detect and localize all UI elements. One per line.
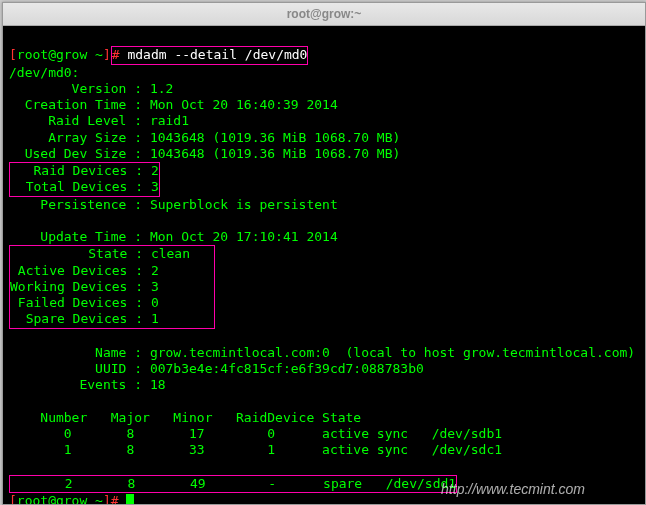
prompt-path: ~ <box>87 47 103 62</box>
prompt-close2: ] <box>103 493 111 504</box>
highlight-state: State : clean Active Devices : 2 Working… <box>9 245 215 328</box>
out-working: Working Devices : 3 <box>10 279 159 294</box>
out-name: Name : grow.tecmintlocal.com:0 (local to… <box>9 345 635 360</box>
out-creation: Creation Time : Mon Oct 20 16:40:39 2014 <box>9 97 338 112</box>
window-titlebar: root@grow:~ <box>3 3 645 26</box>
highlight-command: # mdadm --detail /dev/md0 <box>111 46 309 64</box>
out-row2: 2 8 49 - spare /dev/sdd1 <box>10 476 456 491</box>
out-row0: 0 8 17 0 active sync /dev/sdb1 <box>9 426 502 441</box>
terminal-body[interactable]: [root@grow ~]# mdadm --detail /dev/md0 /… <box>3 26 645 504</box>
window-title: root@grow:~ <box>287 7 362 21</box>
prompt-host2: grow <box>56 493 87 504</box>
out-arraysize: Array Size : 1043648 (1019.36 MiB 1068.7… <box>9 130 400 145</box>
out-persistence: Persistence : Superblock is persistent <box>9 197 338 212</box>
prompt-user2: root <box>17 493 48 504</box>
row2-wrap: 2 8 49 - spare /dev/sdd1 <box>9 476 457 491</box>
out-useddev: Used Dev Size : 1043648 (1019.36 MiB 106… <box>9 146 400 161</box>
command-text: mdadm --detail /dev/md0 <box>120 47 308 62</box>
highlight-devices: Raid Devices : 2 Total Devices : 3 <box>9 162 160 197</box>
prompt-path2: ~ <box>87 493 103 504</box>
terminal-window: root@grow:~ [root@grow ~]# mdadm --detai… <box>2 2 646 505</box>
prompt-open: [ <box>9 47 17 62</box>
out-spare: Spare Devices : 1 <box>10 311 159 326</box>
prompt-host: grow <box>56 47 87 62</box>
out-device: /dev/md0: <box>9 65 79 80</box>
prompt-close: ] <box>103 47 111 62</box>
out-raiddevices: Raid Devices : 2 <box>10 163 159 178</box>
out-totaldevices: Total Devices : 3 <box>10 179 159 194</box>
prompt-user: root <box>17 47 48 62</box>
out-uuid: UUID : 007b3e4e:4fc815cf:e6f39cd7:088783… <box>9 361 424 376</box>
watermark: http://www.tecmint.com <box>441 481 585 499</box>
prompt-line-2: [root@grow ~]# <box>9 493 134 504</box>
out-state: State : clean <box>10 246 214 261</box>
out-active: Active Devices : 2 <box>10 263 159 278</box>
out-row1: 1 8 33 1 active sync /dev/sdc1 <box>9 442 502 457</box>
out-tablehdr: Number Major Minor RaidDevice State <box>9 410 361 425</box>
highlight-spare-row: 2 8 49 - spare /dev/sdd1 <box>9 475 457 493</box>
out-raidlevel: Raid Level : raid1 <box>9 113 189 128</box>
out-updatetime: Update Time : Mon Oct 20 17:10:41 2014 <box>9 229 338 244</box>
prompt-line-1: [root@grow ~]# mdadm --detail /dev/md0 <box>9 47 308 62</box>
out-failed: Failed Devices : 0 <box>10 295 159 310</box>
prompt-symbol2: # <box>111 493 119 504</box>
prompt-open2: [ <box>9 493 17 504</box>
prompt-at: @ <box>48 47 56 62</box>
prompt-symbol: # <box>112 47 120 62</box>
prompt-at2: @ <box>48 493 56 504</box>
out-events: Events : 18 <box>9 377 166 392</box>
cursor <box>126 494 134 504</box>
out-version: Version : 1.2 <box>9 81 173 96</box>
